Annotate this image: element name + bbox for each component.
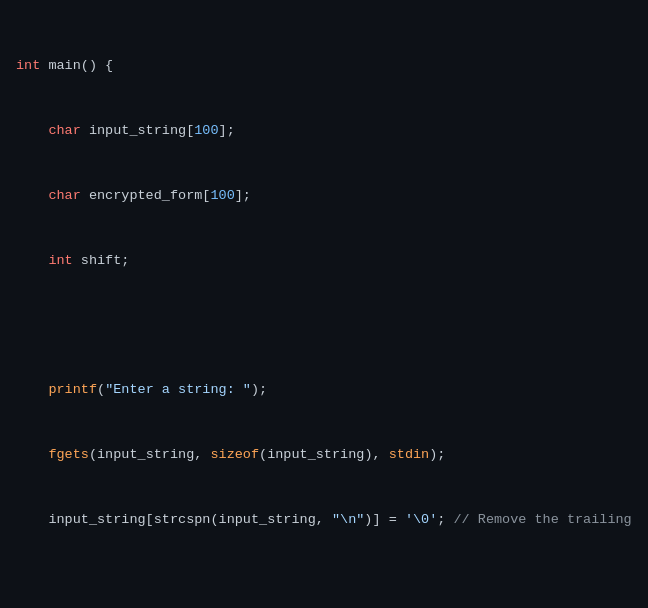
line-8: input_string[strcspn(input_string, "\n")…	[16, 509, 632, 531]
line-2: char input_string[100];	[16, 120, 632, 142]
line-4: int shift;	[16, 250, 632, 272]
line-3: char encrypted_form[100];	[16, 185, 632, 207]
code-editor: int main() { char input_string[100]; cha…	[0, 0, 648, 608]
line-9	[16, 573, 632, 595]
line-7: fgets(input_string, sizeof(input_string)…	[16, 444, 632, 466]
line-1: int main() {	[16, 55, 632, 77]
line-6: printf("Enter a string: ");	[16, 379, 632, 401]
line-5	[16, 314, 632, 336]
